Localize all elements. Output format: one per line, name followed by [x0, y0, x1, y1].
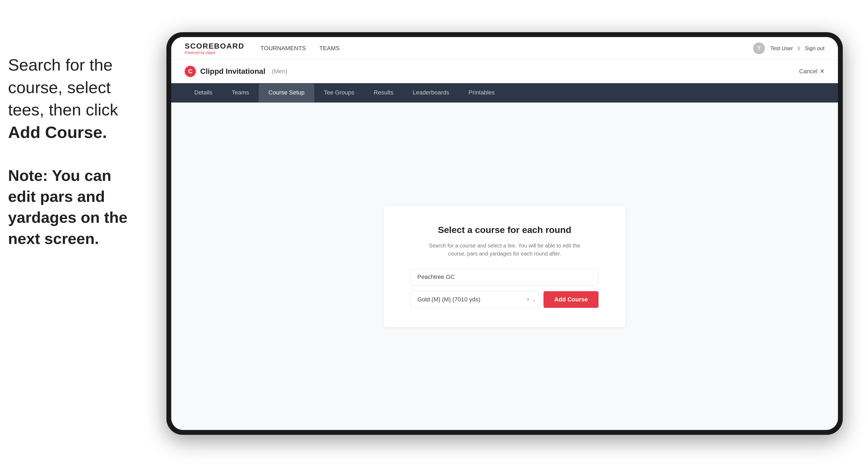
add-course-button[interactable]: Add Course — [544, 291, 598, 308]
cancel-icon: ✕ — [820, 68, 825, 75]
annotation-line1: Search for the — [8, 56, 113, 74]
tee-select-value: Gold (M) (M) (7010 yds) — [417, 296, 480, 303]
tab-leaderboards[interactable]: Leaderboards — [403, 84, 459, 102]
tee-arrow-icon[interactable]: ⌄ — [532, 297, 536, 303]
annotation-line2: course, select — [8, 78, 111, 97]
tab-teams[interactable]: Teams — [222, 84, 259, 102]
tournament-icon: C — [185, 66, 196, 77]
navbar-right: T Test User | Sign out — [753, 42, 825, 54]
user-info: Test User — [770, 45, 793, 52]
tournament-title-area: C Clippd Invitational (Men) — [185, 66, 287, 77]
tab-results[interactable]: Results — [364, 84, 403, 102]
main-content: Select a course for each round Search fo… — [171, 102, 838, 430]
tee-controls: × ⌄ — [526, 297, 536, 303]
tournament-name: Clippd Invitational — [200, 67, 266, 76]
cancel-label: Cancel — [799, 68, 817, 75]
nav-tournaments[interactable]: TOURNAMENTS — [260, 45, 306, 52]
page-wrapper: Search for the course, select tees, then… — [0, 0, 868, 467]
tee-select-display[interactable]: Gold (M) (M) (7010 yds) — [411, 291, 539, 308]
tournament-badge: (Men) — [272, 68, 287, 75]
user-separator: | — [798, 46, 799, 51]
tee-select-wrapper: Gold (M) (M) (7010 yds) × ⌄ — [411, 291, 539, 308]
card-subtitle: Search for a course and select a tee. Yo… — [411, 242, 598, 258]
logo-area: SCOREBOARD Powered by clippd — [185, 42, 244, 55]
logo-text: SCOREBOARD — [185, 42, 244, 51]
annotation-bold: Add Course. — [8, 123, 107, 142]
tab-nav: Details Teams Course Setup Tee Groups Re… — [171, 83, 838, 102]
navbar-left: SCOREBOARD Powered by clippd TOURNAMENTS… — [185, 42, 340, 55]
tablet-device: SCOREBOARD Powered by clippd TOURNAMENTS… — [166, 32, 843, 435]
navbar: SCOREBOARD Powered by clippd TOURNAMENTS… — [171, 37, 838, 60]
tab-printables[interactable]: Printables — [459, 84, 504, 102]
nav-teams[interactable]: TEAMS — [319, 45, 340, 52]
cancel-button[interactable]: Cancel ✕ — [799, 68, 825, 75]
annotation-note: Note: You can edit pars and yardages on … — [8, 165, 164, 249]
nav-links: TOURNAMENTS TEAMS — [260, 45, 340, 52]
user-avatar: T — [753, 42, 765, 54]
tee-select-row: Gold (M) (M) (7010 yds) × ⌄ Add Course — [411, 291, 598, 308]
tablet-screen: SCOREBOARD Powered by clippd TOURNAMENTS… — [171, 37, 838, 430]
tab-tee-groups[interactable]: Tee Groups — [314, 84, 364, 102]
course-selection-card: Select a course for each round Search fo… — [384, 206, 625, 327]
logo-sub: Powered by clippd — [185, 51, 244, 55]
annotation-line3: tees, then click — [8, 100, 118, 119]
sign-out-link[interactable]: Sign out — [805, 45, 825, 52]
tournament-header: C Clippd Invitational (Men) Cancel ✕ — [171, 60, 838, 83]
card-title: Select a course for each round — [411, 225, 598, 235]
tab-details[interactable]: Details — [185, 84, 222, 102]
course-search-input[interactable] — [411, 269, 598, 286]
annotation-area: Search for the course, select tees, then… — [8, 54, 164, 249]
tab-course-setup[interactable]: Course Setup — [259, 84, 314, 102]
annotation-text: Search for the course, select tees, then… — [8, 54, 164, 144]
tee-clear-icon[interactable]: × — [526, 297, 530, 303]
